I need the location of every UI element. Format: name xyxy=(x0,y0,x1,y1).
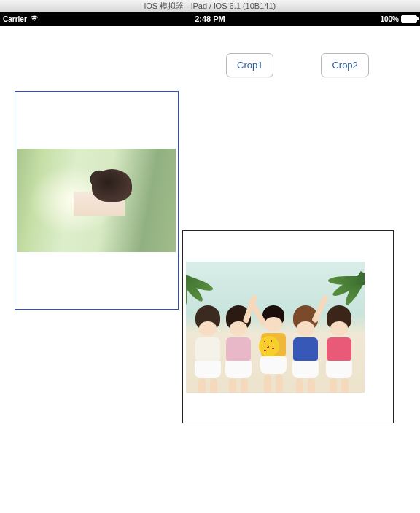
photo-portrait-girl xyxy=(18,149,176,252)
palm-leaves-right xyxy=(328,262,365,294)
person-4 xyxy=(289,305,322,393)
button-row: Crop1 Crop2 xyxy=(226,53,369,77)
image-frame-1[interactable] xyxy=(15,91,179,310)
palm-leaves-left xyxy=(186,262,222,294)
person-5 xyxy=(323,305,355,393)
crop2-button[interactable]: Crop2 xyxy=(321,53,368,77)
ios-statusbar: Carrier 2:48 PM 100% xyxy=(0,12,420,26)
wifi-icon xyxy=(30,15,39,23)
status-time: 2:48 PM xyxy=(195,15,225,23)
status-left: Carrier xyxy=(3,15,39,23)
photo-group-beach xyxy=(186,262,365,393)
status-right: 100% xyxy=(380,15,417,23)
beach-ball xyxy=(259,336,279,356)
battery-percent: 100% xyxy=(380,15,399,23)
image-frame-2[interactable] xyxy=(182,230,394,423)
battery-icon xyxy=(401,15,417,23)
crop1-button[interactable]: Crop1 xyxy=(226,53,273,77)
person-2 xyxy=(222,305,254,393)
carrier-label: Carrier xyxy=(3,15,27,23)
simulator-titlebar: iOS 模拟器 - iPad / iOS 6.1 (10B141) xyxy=(0,0,420,12)
app-content: Crop1 Crop2 xyxy=(0,26,420,513)
person-1 xyxy=(192,305,224,393)
window-title: iOS 模拟器 - iPad / iOS 6.1 (10B141) xyxy=(144,1,276,10)
